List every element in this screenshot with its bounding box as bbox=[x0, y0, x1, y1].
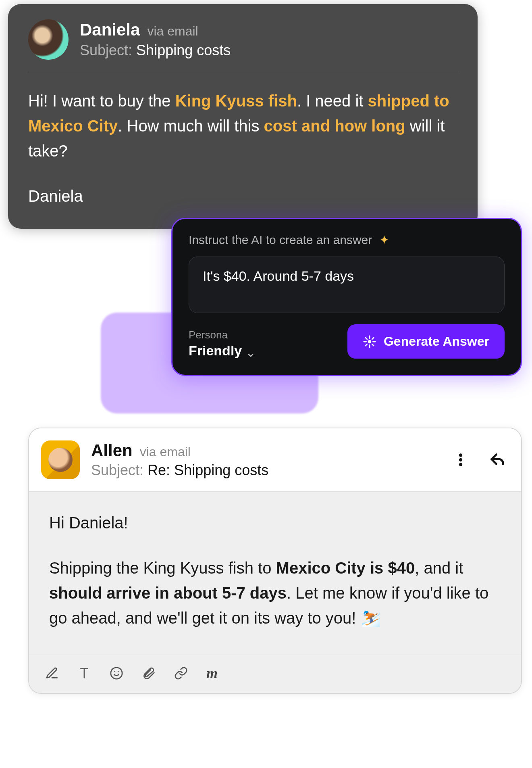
ai-instruct-label-row: Instruct the AI to create an answer ✦ bbox=[189, 233, 505, 247]
reply-sender-name: Allen bbox=[91, 441, 133, 460]
email-body: Hi! I want to buy the King Kyuss fish. I… bbox=[28, 88, 457, 209]
svg-line-7 bbox=[372, 337, 374, 339]
reply-emoji: ⛷️ bbox=[361, 609, 381, 627]
emoji-icon[interactable] bbox=[110, 666, 123, 680]
email-signature: Daniela bbox=[28, 184, 457, 209]
macro-icon[interactable]: m bbox=[206, 665, 218, 682]
generate-answer-label: Generate Answer bbox=[384, 334, 489, 349]
reply-paragraph: Shipping the King Kyuss fish to Mexico C… bbox=[49, 555, 501, 630]
sender-name: Daniela bbox=[80, 20, 140, 40]
more-options-icon[interactable] bbox=[453, 452, 469, 468]
svg-point-8 bbox=[368, 340, 371, 343]
compose-toolbar: m bbox=[29, 655, 521, 693]
svg-point-9 bbox=[459, 453, 462, 457]
sparkle-icon: ✦ bbox=[379, 233, 389, 247]
reply-header-text-block: Allen via email Subject: Re: Shipping co… bbox=[91, 441, 268, 479]
body-text: Hi! I want to buy the bbox=[28, 92, 175, 110]
reply-bold-price: Mexico City is $40 bbox=[276, 559, 415, 577]
body-text: . I need it bbox=[297, 92, 368, 110]
reply-subject-label: Subject: bbox=[91, 462, 143, 478]
reply-icon[interactable] bbox=[489, 452, 505, 468]
svg-point-14 bbox=[111, 668, 122, 679]
reply-email-card: Allen via email Subject: Re: Shipping co… bbox=[28, 428, 522, 694]
reply-text: Shipping the King Kyuss fish to bbox=[49, 559, 276, 577]
reply-sender-avatar bbox=[41, 440, 80, 479]
header-text-block: Daniela via email Subject: Shipping cost… bbox=[80, 20, 231, 59]
persona-value: Friendly bbox=[189, 343, 242, 359]
svg-point-11 bbox=[459, 463, 462, 466]
ai-instruction-input[interactable]: It's $40. Around 5-7 days bbox=[189, 257, 505, 313]
text-tool-icon[interactable] bbox=[77, 666, 91, 680]
incoming-email-header: Daniela via email Subject: Shipping cost… bbox=[28, 19, 457, 72]
ai-instruction-value: It's $40. Around 5-7 days bbox=[203, 268, 354, 284]
header-divider bbox=[27, 72, 458, 72]
incoming-email-card: Daniela via email Subject: Shipping cost… bbox=[8, 4, 478, 229]
svg-line-5 bbox=[372, 344, 374, 346]
chevron-down-icon bbox=[247, 347, 255, 355]
svg-line-6 bbox=[366, 344, 367, 346]
ai-instruct-panel: Instruct the AI to create an answer ✦ It… bbox=[171, 218, 522, 376]
compose-icon[interactable] bbox=[45, 666, 59, 680]
highlight-question: cost and how long bbox=[264, 117, 405, 135]
reply-subject-value: Re: Shipping costs bbox=[148, 462, 268, 478]
burst-icon bbox=[363, 335, 376, 349]
link-icon[interactable] bbox=[174, 666, 188, 680]
reply-via-label: via email bbox=[140, 445, 191, 459]
attachment-icon[interactable] bbox=[142, 666, 156, 680]
subject-label: Subject: bbox=[80, 42, 132, 58]
ai-instruct-label: Instruct the AI to create an answer bbox=[189, 233, 372, 247]
svg-line-4 bbox=[366, 337, 367, 339]
reply-greeting: Hi Daniela! bbox=[49, 510, 501, 535]
generate-answer-button[interactable]: Generate Answer bbox=[347, 324, 505, 359]
reply-text: , and it bbox=[415, 559, 463, 577]
highlight-product: King Kyuss fish bbox=[175, 92, 297, 110]
reply-body[interactable]: Hi Daniela! Shipping the King Kyuss fish… bbox=[29, 491, 521, 655]
reply-email-header: Allen via email Subject: Re: Shipping co… bbox=[29, 428, 521, 491]
persona-label: Persona bbox=[189, 329, 255, 341]
body-text: . How much will this bbox=[118, 117, 264, 135]
subject-value: Shipping costs bbox=[136, 42, 231, 58]
persona-selector[interactable]: Persona Friendly bbox=[189, 329, 255, 359]
reply-bold-eta: should arrive in about 5-7 days bbox=[49, 584, 287, 602]
sender-via-label: via email bbox=[147, 24, 198, 39]
svg-point-10 bbox=[459, 458, 462, 461]
sender-avatar bbox=[28, 19, 69, 60]
